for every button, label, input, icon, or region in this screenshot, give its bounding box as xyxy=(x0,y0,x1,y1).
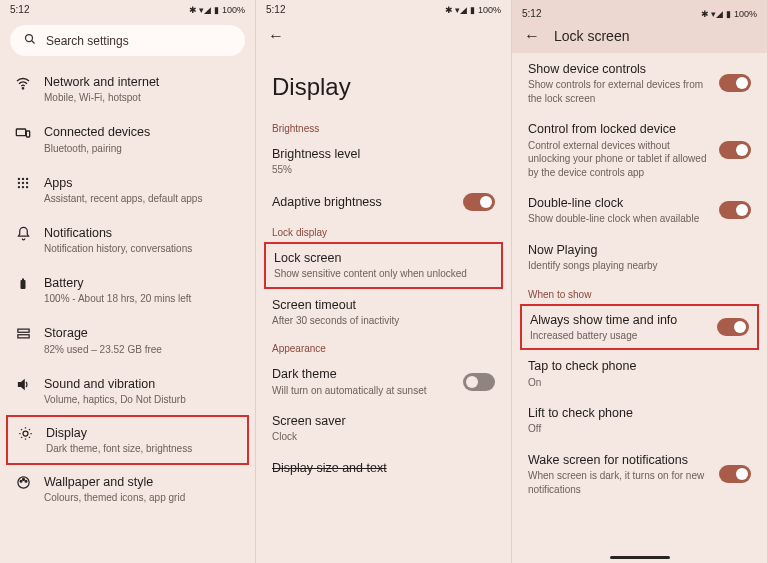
show-device-controls[interactable]: Show device controlsShow controls for ex… xyxy=(512,53,767,113)
status-time: 5:12 xyxy=(522,8,541,19)
svg-rect-3 xyxy=(16,129,25,136)
adaptive-brightness-toggle[interactable] xyxy=(463,193,495,211)
bell-icon xyxy=(14,225,32,244)
svg-point-12 xyxy=(22,185,24,187)
svg-line-1 xyxy=(32,41,35,44)
svg-point-5 xyxy=(18,177,20,179)
svg-point-20 xyxy=(20,480,22,482)
section-lock-display: Lock display xyxy=(256,219,511,242)
settings-item-battery[interactable]: Battery100% - About 18 hrs, 20 mins left xyxy=(4,265,251,315)
settings-item-network[interactable]: Network and internetMobile, Wi-Fi, hotsp… xyxy=(4,64,251,114)
settings-item-wallpaper[interactable]: Wallpaper and styleColours, themed icons… xyxy=(4,464,251,514)
status-bar: 5:12 ✱ ▾◢ ▮ 100% xyxy=(256,0,511,17)
settings-item-apps[interactable]: AppsAssistant, recent apps, default apps xyxy=(4,165,251,215)
lift-to-check[interactable]: Lift to check phoneOff xyxy=(512,397,767,444)
display-icon xyxy=(16,425,34,444)
svg-rect-15 xyxy=(22,279,24,281)
section-when-to-show: When to show xyxy=(512,281,767,304)
always-show-toggle[interactable] xyxy=(717,318,749,336)
status-indicator-icons: ✱ ▾◢ ▮ xyxy=(189,5,219,15)
svg-point-2 xyxy=(22,88,23,89)
header-bar: ← Lock screen xyxy=(512,21,767,51)
back-arrow-icon[interactable]: ← xyxy=(524,27,540,45)
adaptive-brightness[interactable]: Adaptive brightness xyxy=(256,185,511,219)
screen-timeout[interactable]: Screen timeoutAfter 30 seconds of inacti… xyxy=(256,289,511,336)
screen-saver[interactable]: Screen saverClock xyxy=(256,405,511,452)
status-time: 5:12 xyxy=(266,4,285,15)
svg-point-6 xyxy=(22,177,24,179)
wake-notif-toggle[interactable] xyxy=(719,465,751,483)
display-settings-panel: 5:12 ✱ ▾◢ ▮ 100% ← Display Brightness Br… xyxy=(256,0,512,563)
section-appearance: Appearance xyxy=(256,335,511,358)
double-clock-toggle[interactable] xyxy=(719,201,751,219)
svg-point-7 xyxy=(26,177,28,179)
devices-icon xyxy=(14,124,32,144)
status-bar: 5:12 ✱ ▾◢ ▮ 100% xyxy=(512,4,767,21)
dark-theme[interactable]: Dark themeWill turn on automatically at … xyxy=(256,358,511,405)
search-placeholder: Search settings xyxy=(46,34,129,48)
header-bar: ← xyxy=(256,17,511,51)
back-arrow-icon[interactable]: ← xyxy=(268,27,284,45)
svg-point-13 xyxy=(26,185,28,187)
status-battery: 100% xyxy=(222,5,245,15)
device-controls-toggle[interactable] xyxy=(719,74,751,92)
status-bar: 5:12 ✱ ▾◢ ▮ 100% xyxy=(0,0,255,17)
settings-item-sound[interactable]: Sound and vibrationVolume, haptics, Do N… xyxy=(4,366,251,416)
svg-point-21 xyxy=(22,478,24,480)
search-settings[interactable]: Search settings xyxy=(10,25,245,56)
svg-rect-4 xyxy=(26,131,29,137)
brightness-level[interactable]: Brightness level55% xyxy=(256,138,511,185)
status-time: 5:12 xyxy=(10,4,29,15)
wifi-icon xyxy=(14,74,32,94)
settings-item-storage[interactable]: Storage82% used – 23.52 GB free xyxy=(4,315,251,365)
apps-icon xyxy=(14,175,32,193)
settings-item-connected-devices[interactable]: Connected devicesBluetooth, pairing xyxy=(4,114,251,164)
control-from-locked[interactable]: Control from locked deviceControl extern… xyxy=(512,113,767,187)
tap-to-check[interactable]: Tap to check phoneOn xyxy=(512,350,767,397)
gesture-bar[interactable] xyxy=(610,556,670,559)
settings-item-notifications[interactable]: NotificationsNotification history, conve… xyxy=(4,215,251,265)
storage-icon xyxy=(14,325,32,344)
always-show-time[interactable]: Always show time and infoIncreased batte… xyxy=(520,304,759,351)
lock-screen-panel: 5:12 ✱ ▾◢ ▮ 100% ← Lock screen Show devi… xyxy=(512,0,768,563)
lock-screen-item[interactable]: Lock screenShow sensitive content only w… xyxy=(264,242,503,289)
battery-icon xyxy=(14,275,32,295)
locked-device-toggle[interactable] xyxy=(719,141,751,159)
svg-point-22 xyxy=(25,480,27,482)
wallpaper-icon xyxy=(14,474,32,493)
search-icon xyxy=(24,33,36,48)
display-size-text[interactable]: Display size and text xyxy=(256,452,511,484)
settings-root-panel: 5:12 ✱ ▾◢ ▮ 100% Search settings Network… xyxy=(0,0,256,563)
wake-for-notifications[interactable]: Wake screen for notificationsWhen screen… xyxy=(512,444,767,504)
dark-theme-toggle[interactable] xyxy=(463,373,495,391)
status-icons: ✱ ▾◢ ▮ 100% xyxy=(188,5,245,15)
svg-point-18 xyxy=(23,431,28,436)
svg-rect-14 xyxy=(21,280,26,289)
status-icons: ✱ ▾◢ ▮ 100% xyxy=(444,5,501,15)
status-icons: ✱ ▾◢ ▮ 100% xyxy=(700,9,757,19)
svg-point-8 xyxy=(18,181,20,183)
double-line-clock[interactable]: Double-line clockShow double-line clock … xyxy=(512,187,767,234)
svg-point-9 xyxy=(22,181,24,183)
svg-point-10 xyxy=(26,181,28,183)
svg-rect-17 xyxy=(17,335,28,338)
svg-point-11 xyxy=(18,185,20,187)
sound-icon xyxy=(14,376,32,395)
svg-rect-16 xyxy=(17,329,28,332)
now-playing[interactable]: Now PlayingIdentify songs playing nearby xyxy=(512,234,767,281)
page-title: Display xyxy=(256,51,511,115)
section-brightness: Brightness xyxy=(256,115,511,138)
settings-item-display[interactable]: DisplayDark theme, font size, brightness xyxy=(6,415,249,465)
page-title: Lock screen xyxy=(554,28,629,44)
svg-point-0 xyxy=(26,35,33,42)
